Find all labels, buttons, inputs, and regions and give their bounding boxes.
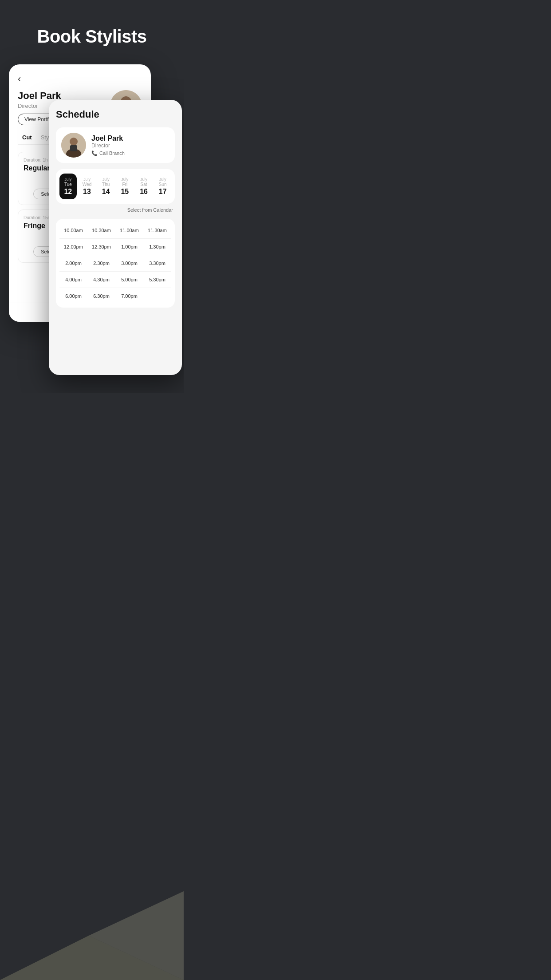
time-row-3: 2.00pm 2.30pm 3.00pm 3.30pm bbox=[59, 255, 171, 272]
date-num: 12 bbox=[64, 188, 72, 196]
time-slot-1900[interactable]: 7.00pm bbox=[115, 288, 143, 304]
screens-container: ‹ Joel Park Director View Portfolio Cut bbox=[0, 64, 184, 375]
time-slot-1700[interactable]: 5.00pm bbox=[115, 272, 143, 288]
date-item-sun17[interactable]: July Sun 17 bbox=[154, 174, 171, 199]
date-num: 16 bbox=[140, 188, 148, 196]
time-slot-1630[interactable]: 4.30pm bbox=[87, 272, 115, 288]
select-from-calendar[interactable]: Select from Calendar bbox=[56, 207, 175, 213]
time-row-5: 6.00pm 6.30pm 7.00pm bbox=[59, 288, 171, 304]
time-slot-1400[interactable]: 2.00pm bbox=[59, 255, 87, 271]
date-item-wed13[interactable]: July Wed 13 bbox=[79, 174, 96, 199]
time-slot-1730[interactable]: 5.30pm bbox=[143, 272, 171, 288]
date-item-fri15[interactable]: July Fri 15 bbox=[116, 174, 134, 199]
date-month: July bbox=[140, 177, 147, 182]
schedule-card: Schedule Joel Park Director 📞 Call Branc… bbox=[49, 100, 182, 375]
time-slot-1530[interactable]: 3.30pm bbox=[143, 255, 171, 271]
time-slot-1300[interactable]: 1.00pm bbox=[115, 239, 143, 255]
date-num: 17 bbox=[159, 188, 167, 196]
date-month: July bbox=[159, 177, 166, 182]
time-slot-1600[interactable]: 4.00pm bbox=[59, 272, 87, 288]
date-item-tue12[interactable]: July Tue 12 bbox=[59, 174, 77, 199]
time-slot-1830[interactable]: 6.30pm bbox=[87, 288, 115, 304]
tab-cut[interactable]: Cut bbox=[18, 130, 36, 144]
time-row-4: 4.00pm 4.30pm 5.00pm 5.30pm bbox=[59, 272, 171, 288]
date-day: Tue bbox=[64, 182, 72, 187]
time-slot-1100[interactable]: 11.00am bbox=[115, 222, 143, 238]
time-slot-1030[interactable]: 10.30am bbox=[87, 222, 115, 238]
date-month: July bbox=[64, 177, 71, 182]
date-month: July bbox=[83, 177, 91, 182]
date-num: 15 bbox=[121, 188, 129, 196]
date-day: Fri bbox=[122, 182, 128, 187]
call-branch[interactable]: 📞 Call Branch bbox=[91, 150, 125, 156]
time-slot-1230[interactable]: 12.30pm bbox=[87, 239, 115, 255]
schedule-avatar bbox=[61, 133, 86, 158]
time-slot-1000[interactable]: 10.00am bbox=[59, 222, 87, 238]
date-day: Wed bbox=[83, 182, 91, 187]
schedule-stylist-name: Joel Park bbox=[91, 134, 125, 142]
svg-rect-7 bbox=[70, 145, 77, 151]
date-month: July bbox=[102, 177, 110, 182]
time-slot-empty bbox=[143, 288, 171, 304]
time-slot-1500[interactable]: 3.00pm bbox=[115, 255, 143, 271]
time-row-2: 12.00pm 12.30pm 1.00pm 1.30pm bbox=[59, 239, 171, 255]
time-slot-1800[interactable]: 6.00pm bbox=[59, 288, 87, 304]
schedule-stylist-role: Director bbox=[91, 142, 125, 149]
svg-point-5 bbox=[70, 138, 78, 146]
date-month: July bbox=[121, 177, 128, 182]
date-item-thu14[interactable]: July Thu 14 bbox=[97, 174, 114, 199]
date-day: Thu bbox=[102, 182, 110, 187]
schedule-title: Schedule bbox=[56, 109, 175, 120]
call-branch-label: Call Branch bbox=[99, 150, 125, 156]
time-slot-1200[interactable]: 12.00pm bbox=[59, 239, 87, 255]
schedule-stylist-row: Joel Park Director 📞 Call Branch bbox=[56, 127, 175, 163]
date-num: 13 bbox=[83, 188, 91, 196]
date-day: Sat bbox=[141, 182, 147, 187]
date-num: 14 bbox=[102, 188, 110, 196]
time-slot-1130[interactable]: 11.30am bbox=[143, 222, 171, 238]
phone-icon: 📞 bbox=[91, 150, 98, 156]
date-item-sat16[interactable]: July Sat 16 bbox=[135, 174, 153, 199]
back-button[interactable]: ‹ bbox=[18, 73, 21, 85]
time-slot-1330[interactable]: 1.30pm bbox=[143, 239, 171, 255]
time-slots: 10.00am 10.30am 11.00am 11.30am 12.00pm … bbox=[56, 219, 175, 308]
time-row-1: 10.00am 10.30am 11.00am 11.30am bbox=[59, 222, 171, 239]
date-selector: July Tue 12 July Wed 13 July Thu 14 July… bbox=[56, 169, 175, 204]
time-slot-1430[interactable]: 2.30pm bbox=[87, 255, 115, 271]
date-day: Sun bbox=[159, 182, 167, 187]
schedule-stylist-info: Joel Park Director 📞 Call Branch bbox=[91, 134, 125, 156]
page-title: Book Stylists bbox=[37, 27, 147, 47]
